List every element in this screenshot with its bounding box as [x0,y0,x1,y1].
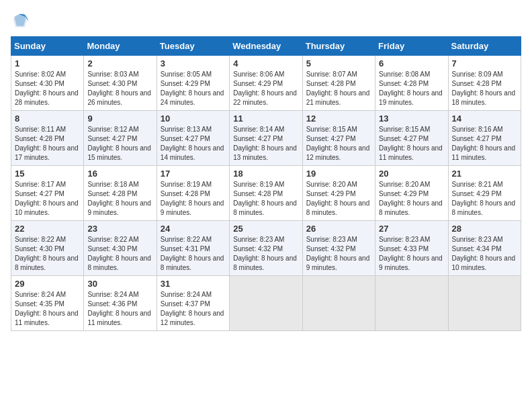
day-info: Sunrise: 8:14 AMSunset: 4:27 PMDaylight:… [233,125,298,163]
day-info: Sunrise: 8:24 AMSunset: 4:36 PMDaylight:… [87,290,152,328]
day-number: 17 [161,169,226,179]
calendar-table: SundayMondayTuesdayWednesdayThursdayFrid… [11,36,521,331]
day-number: 13 [379,113,444,124]
day-number: 8 [15,113,80,124]
calendar-cell: 2 Sunrise: 8:03 AMSunset: 4:30 PMDayligh… [84,56,157,111]
day-info: Sunrise: 8:08 AMSunset: 4:28 PMDaylight:… [379,70,444,107]
calendar-cell: 29 Sunrise: 8:24 AMSunset: 4:35 PMDaylig… [11,276,84,331]
day-number: 29 [15,279,80,289]
calendar-cell: 19 Sunrise: 8:20 AMSunset: 4:29 PMDaylig… [302,166,375,221]
day-info: Sunrise: 8:24 AMSunset: 4:35 PMDaylight:… [15,290,80,328]
calendar-week-2: 8 Sunrise: 8:11 AMSunset: 4:28 PMDayligh… [11,111,521,166]
day-info: Sunrise: 8:22 AMSunset: 4:31 PMDaylight:… [161,235,226,273]
day-info: Sunrise: 8:19 AMSunset: 4:28 PMDaylight:… [233,180,298,218]
day-info: Sunrise: 8:22 AMSunset: 4:30 PMDaylight:… [15,235,80,273]
page-header [11,11,521,30]
calendar-cell: 12 Sunrise: 8:15 AMSunset: 4:27 PMDaylig… [302,111,375,166]
day-info: Sunrise: 8:16 AMSunset: 4:27 PMDaylight:… [452,125,517,163]
calendar-cell: 4 Sunrise: 8:06 AMSunset: 4:29 PMDayligh… [230,56,302,111]
day-number: 27 [379,224,444,234]
day-info: Sunrise: 8:23 AMSunset: 4:32 PMDaylight:… [233,235,298,273]
day-number: 10 [161,113,226,124]
calendar-cell: 15 Sunrise: 8:17 AMSunset: 4:27 PMDaylig… [11,166,84,221]
calendar-cell: 18 Sunrise: 8:19 AMSunset: 4:28 PMDaylig… [230,166,302,221]
day-info: Sunrise: 8:03 AMSunset: 4:30 PMDaylight:… [87,70,152,107]
day-info: Sunrise: 8:15 AMSunset: 4:27 PMDaylight:… [379,125,444,163]
day-number: 12 [306,113,371,124]
general-blue-logo-icon [11,11,30,30]
calendar-cell [302,276,375,331]
calendar-cell: 7 Sunrise: 8:09 AMSunset: 4:28 PMDayligh… [448,56,521,111]
calendar-cell: 6 Sunrise: 8:08 AMSunset: 4:28 PMDayligh… [375,56,448,111]
day-info: Sunrise: 8:20 AMSunset: 4:29 PMDaylight:… [306,180,371,218]
calendar-cell [375,276,448,331]
col-header-sunday: Sunday [11,37,84,56]
day-info: Sunrise: 8:05 AMSunset: 4:29 PMDaylight:… [161,70,226,107]
day-number: 19 [306,169,371,179]
day-info: Sunrise: 8:02 AMSunset: 4:30 PMDaylight:… [15,70,80,107]
calendar-cell: 9 Sunrise: 8:12 AMSunset: 4:27 PMDayligh… [84,111,157,166]
day-number: 4 [233,58,298,68]
day-number: 20 [379,169,444,179]
day-info: Sunrise: 8:17 AMSunset: 4:27 PMDaylight:… [15,180,80,218]
day-info: Sunrise: 8:18 AMSunset: 4:28 PMDaylight:… [87,180,152,218]
calendar-cell: 10 Sunrise: 8:13 AMSunset: 4:27 PMDaylig… [157,111,229,166]
calendar-cell: 14 Sunrise: 8:16 AMSunset: 4:27 PMDaylig… [448,111,521,166]
day-info: Sunrise: 8:24 AMSunset: 4:37 PMDaylight:… [161,290,226,328]
calendar-cell: 1 Sunrise: 8:02 AMSunset: 4:30 PMDayligh… [11,56,84,111]
calendar-cell: 28 Sunrise: 8:23 AMSunset: 4:34 PMDaylig… [448,221,521,276]
calendar-cell: 24 Sunrise: 8:22 AMSunset: 4:31 PMDaylig… [157,221,229,276]
col-header-thursday: Thursday [302,37,375,56]
day-number: 9 [87,113,152,124]
day-number: 21 [452,169,517,179]
day-number: 18 [233,169,298,179]
day-number: 14 [452,113,517,124]
calendar-cell: 16 Sunrise: 8:18 AMSunset: 4:28 PMDaylig… [84,166,157,221]
day-number: 30 [87,279,152,289]
calendar-cell: 5 Sunrise: 8:07 AMSunset: 4:28 PMDayligh… [302,56,375,111]
day-number: 5 [306,58,371,68]
calendar-cell: 31 Sunrise: 8:24 AMSunset: 4:37 PMDaylig… [157,276,229,331]
day-number: 2 [87,58,152,68]
day-info: Sunrise: 8:11 AMSunset: 4:28 PMDaylight:… [15,125,80,163]
calendar-cell: 13 Sunrise: 8:15 AMSunset: 4:27 PMDaylig… [375,111,448,166]
day-number: 11 [233,113,298,124]
day-info: Sunrise: 8:22 AMSunset: 4:30 PMDaylight:… [87,235,152,273]
day-info: Sunrise: 8:06 AMSunset: 4:29 PMDaylight:… [233,70,298,107]
calendar-cell: 25 Sunrise: 8:23 AMSunset: 4:32 PMDaylig… [230,221,302,276]
day-info: Sunrise: 8:23 AMSunset: 4:34 PMDaylight:… [452,235,517,273]
calendar-week-1: 1 Sunrise: 8:02 AMSunset: 4:30 PMDayligh… [11,56,521,111]
day-info: Sunrise: 8:19 AMSunset: 4:28 PMDaylight:… [161,180,226,218]
day-number: 26 [306,224,371,234]
calendar-cell [448,276,521,331]
day-number: 23 [87,224,152,234]
calendar-week-3: 15 Sunrise: 8:17 AMSunset: 4:27 PMDaylig… [11,166,521,221]
calendar-cell: 26 Sunrise: 8:23 AMSunset: 4:32 PMDaylig… [302,221,375,276]
day-info: Sunrise: 8:12 AMSunset: 4:27 PMDaylight:… [87,125,152,163]
col-header-friday: Friday [375,37,448,56]
day-number: 15 [15,169,80,179]
calendar-cell: 21 Sunrise: 8:21 AMSunset: 4:29 PMDaylig… [448,166,521,221]
day-number: 16 [87,169,152,179]
calendar-cell: 30 Sunrise: 8:24 AMSunset: 4:36 PMDaylig… [84,276,157,331]
day-number: 28 [452,224,517,234]
day-info: Sunrise: 8:20 AMSunset: 4:29 PMDaylight:… [379,180,444,218]
day-number: 1 [15,58,80,68]
calendar-week-4: 22 Sunrise: 8:22 AMSunset: 4:30 PMDaylig… [11,221,521,276]
calendar-header-row: SundayMondayTuesdayWednesdayThursdayFrid… [11,37,521,56]
day-info: Sunrise: 8:23 AMSunset: 4:33 PMDaylight:… [379,235,444,273]
day-number: 25 [233,224,298,234]
calendar-cell: 11 Sunrise: 8:14 AMSunset: 4:27 PMDaylig… [230,111,302,166]
calendar-cell: 8 Sunrise: 8:11 AMSunset: 4:28 PMDayligh… [11,111,84,166]
day-number: 22 [15,224,80,234]
col-header-tuesday: Tuesday [157,37,229,56]
day-number: 3 [161,58,226,68]
col-header-wednesday: Wednesday [230,37,302,56]
day-number: 31 [161,279,226,289]
day-info: Sunrise: 8:23 AMSunset: 4:32 PMDaylight:… [306,235,371,273]
day-info: Sunrise: 8:13 AMSunset: 4:27 PMDaylight:… [161,125,226,163]
calendar-cell [230,276,302,331]
day-info: Sunrise: 8:21 AMSunset: 4:29 PMDaylight:… [452,180,517,218]
calendar-week-5: 29 Sunrise: 8:24 AMSunset: 4:35 PMDaylig… [11,276,521,331]
day-info: Sunrise: 8:09 AMSunset: 4:28 PMDaylight:… [452,70,517,107]
